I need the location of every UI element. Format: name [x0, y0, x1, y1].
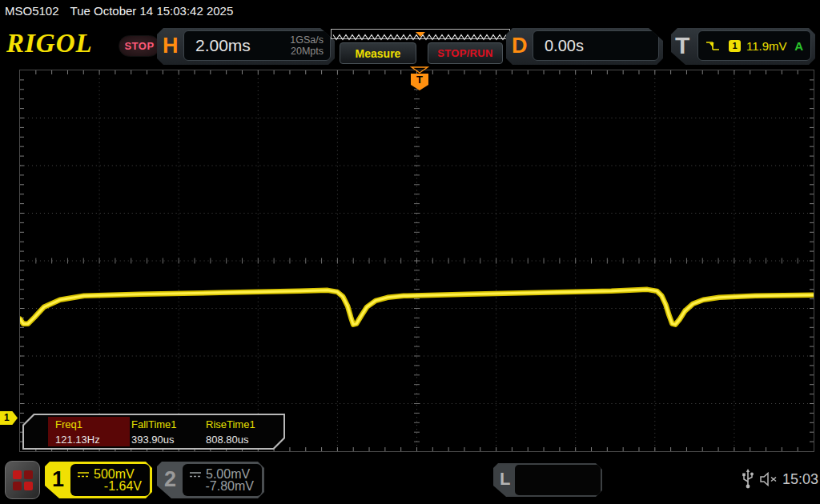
- dc-coupling-icon: [189, 470, 202, 478]
- timebase-position-bar[interactable]: [331, 29, 510, 39]
- oscilloscope-screen: MSO5102Tue October 14 15:03:42 2025 RIGO…: [0, 0, 820, 504]
- channel1-info: 500mV -1.64V: [70, 464, 150, 496]
- clock: 15:03: [782, 471, 818, 488]
- delay-inner-box: 0.00s: [533, 30, 659, 61]
- sample-rate: 1GSa/s: [290, 34, 324, 46]
- horizontal-label: H: [163, 28, 179, 65]
- channel1-ground-marker[interactable]: 1: [0, 411, 18, 425]
- usb-icon: [742, 469, 754, 490]
- timebase-value: 2.00ms: [195, 31, 251, 60]
- menu-button[interactable]: [5, 461, 40, 499]
- channel2-offset: -7.80mV: [206, 479, 254, 494]
- channel2-badge[interactable]: 2 5.00mV -7.80mV: [157, 462, 264, 498]
- rigol-logo: RIGOL: [6, 29, 93, 58]
- trigger-inner-box: 1 11.9mV A: [697, 30, 811, 61]
- run-state-label: STOP: [124, 40, 154, 52]
- speaker-muted-icon[interactable]: [759, 472, 779, 486]
- channel2-info: 5.00mV -7.80mV: [183, 464, 262, 496]
- logic-row1: 0 1 2 3 4 5 6 7: [522, 494, 601, 504]
- trigger-label: T: [675, 28, 689, 65]
- measurement-value: 808.80us: [206, 434, 249, 446]
- measurement-panel[interactable]: Freq1 121.13Hz FallTime1 393.90us RiseTi…: [22, 414, 285, 450]
- measurement-label: RiseTime1: [206, 418, 255, 430]
- channel1-badge[interactable]: 1 500mV -1.64V: [45, 462, 152, 498]
- trigger-level-value: 11.9mV: [746, 39, 787, 53]
- trigger-position-marker[interactable]: T: [408, 66, 432, 92]
- logic-channel-list: 0 1 2 3 4 5 6 7 8 9 1011 12131415: [515, 465, 601, 495]
- channel1-number: 1: [52, 462, 64, 498]
- measurement-label: FallTime1: [131, 418, 177, 430]
- falling-edge-icon: [705, 39, 721, 52]
- channel1-offset: -1.64V: [104, 479, 142, 494]
- trigger-settings-tab[interactable]: T 1 11.9mV A: [671, 28, 815, 65]
- measurement-label: Freq1: [55, 418, 82, 430]
- measurement-value: 393.90us: [131, 434, 175, 446]
- stop-run-button[interactable]: STOP/RUN: [428, 42, 503, 64]
- trigger-marker-letter: T: [416, 74, 423, 86]
- waveform-plot: [20, 70, 814, 451]
- run-state-badge: STOP: [119, 35, 160, 57]
- trigger-mode: A: [794, 39, 803, 53]
- logic-channels-badge[interactable]: L 0 1 2 3 4 5 6 7 8 9 1011 12131415: [493, 463, 602, 497]
- delay-value: 0.00s: [545, 31, 584, 60]
- measurement-value: 121.13Hz: [55, 434, 100, 446]
- measurement-panel-body: Freq1 121.13Hz FallTime1 393.90us RiseTi…: [24, 415, 283, 448]
- logic-label: L: [500, 463, 510, 497]
- model-name: MSO5102: [5, 4, 59, 18]
- datetime: Tue October 14 15:03:42 2025: [70, 4, 234, 18]
- stop-run-button-label: STOP/RUN: [437, 47, 492, 59]
- waveform-display-area[interactable]: [19, 70, 814, 452]
- horizontal-inner-box: 2.00ms 1GSa/s 20Mpts: [183, 30, 331, 61]
- delay-label: D: [512, 28, 528, 65]
- menu-grid-icon: [13, 470, 33, 490]
- acquisition-info: 1GSa/s 20Mpts: [290, 34, 324, 57]
- trigger-source-badge: 1: [729, 40, 741, 52]
- timebase-zigzag: [332, 32, 509, 41]
- delay-settings-tab[interactable]: D 0.00s: [506, 28, 663, 65]
- measure-button[interactable]: Measure: [340, 42, 416, 64]
- titlebar: MSO5102Tue October 14 15:03:42 2025: [5, 4, 233, 18]
- channel2-number: 2: [164, 462, 176, 498]
- memory-depth: 20Mpts: [290, 46, 324, 57]
- horizontal-settings-tab[interactable]: H 2.00ms 1GSa/s 20Mpts: [157, 28, 335, 65]
- dc-coupling-icon: [77, 470, 90, 478]
- measure-button-label: Measure: [356, 47, 401, 60]
